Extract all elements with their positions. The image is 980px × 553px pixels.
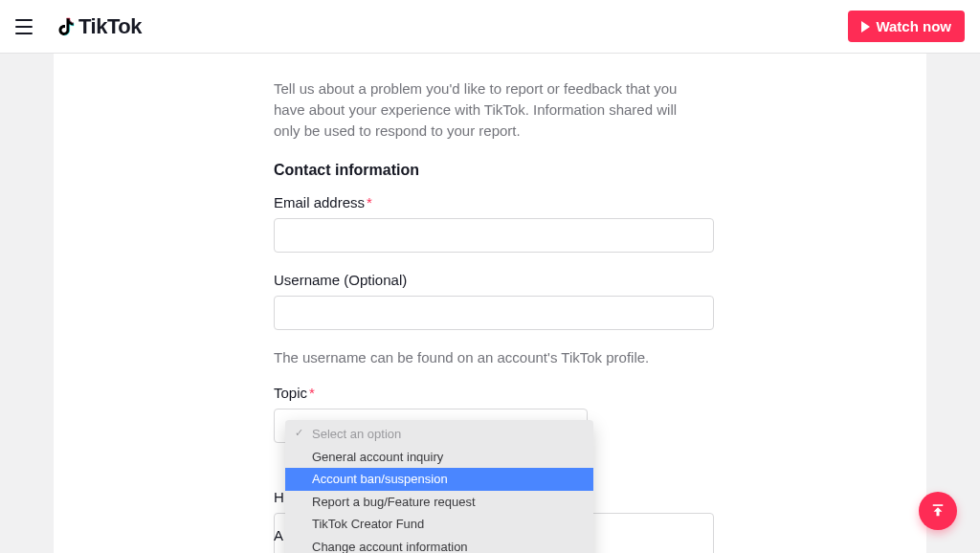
attach-leading: A [274,527,283,543]
topic-select-wrap: Select an option General account inquiry… [274,409,714,443]
username-field-block: Username (Optional) [274,272,706,330]
dropdown-option[interactable]: TikTok Creator Fund [285,513,593,536]
dropdown-option[interactable]: Report a bug/Feature request [285,491,593,514]
required-star: * [367,194,372,210]
dropdown-option[interactable]: General account inquiry [285,446,593,469]
contact-section-title: Contact information [274,162,706,179]
dropdown-option[interactable]: Change account information [285,536,593,553]
header: TikTok Watch now [0,0,980,54]
svg-rect-0 [933,504,944,506]
form-card: Tell us about a problem you'd like to re… [54,54,926,553]
dropdown-option-highlighted[interactable]: Account ban/suspension [285,468,593,491]
watch-now-button[interactable]: Watch now [848,11,965,42]
username-label: Username (Optional) [274,272,706,288]
scroll-top-button[interactable] [919,492,957,530]
topic-dropdown: Select an option General account inquiry… [285,420,593,553]
tiktok-note-icon [54,15,77,38]
dropdown-placeholder[interactable]: Select an option [285,420,593,446]
username-input[interactable] [274,296,714,330]
play-icon [861,21,870,33]
brand-text: TikTok [78,14,142,39]
email-input[interactable] [274,218,714,253]
email-field-block: Email address* [274,194,706,253]
topic-label: Topic* [274,385,706,401]
page-body: Tell us about a problem you'd like to re… [0,54,980,553]
logo[interactable]: TikTok [54,14,142,39]
intro-text: Tell us about a problem you'd like to re… [274,54,706,141]
topic-field-block: Topic* Select an option General account … [274,385,706,443]
arrow-up-icon [929,502,947,520]
email-label: Email address* [274,194,706,210]
username-helper: The username can be found on an account'… [274,349,706,365]
menu-icon[interactable] [15,15,38,38]
header-left: TikTok [15,14,142,39]
watch-now-label: Watch now [876,18,951,34]
required-star: * [309,385,315,401]
